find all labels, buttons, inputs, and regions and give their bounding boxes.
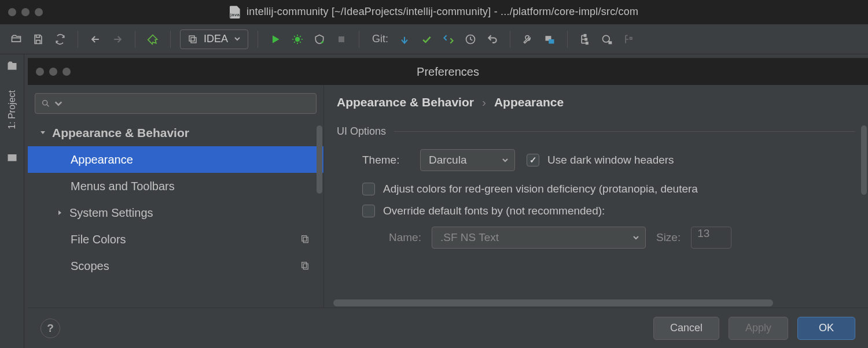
window-controls[interactable] [8,8,43,16]
find-icon[interactable] [599,31,615,47]
apply-button: Apply [729,317,788,340]
tool-window-bar: 1: Project [0,54,24,348]
separator [359,31,359,48]
save-icon[interactable] [30,31,46,47]
main-window-title: intellij-community [~/IdeaProjects/intel… [230,6,638,18]
svg-rect-8 [585,38,587,40]
font-name-label: Name: [389,231,421,244]
svg-rect-18 [302,262,307,267]
tree-item-file-colors[interactable]: File Colors [28,226,323,253]
run-config-label: IDEA [204,33,228,45]
dialog-window-controls[interactable] [36,68,71,76]
tree-item-appearance[interactable]: Appearance [28,146,323,173]
content-h-scrollbar[interactable] [333,299,773,306]
minimize-window-icon[interactable] [21,8,30,16]
shared-scope-icon [300,233,310,246]
structure-tool-icon[interactable] [6,151,18,165]
java-file-icon [230,6,240,18]
tree-item-system-settings[interactable]: System Settings [28,199,323,226]
project-tool-icon[interactable] [6,60,18,74]
structure-icon[interactable] [577,31,593,47]
help-button[interactable]: ? [41,319,60,338]
font-size-input[interactable]: 13 [691,227,731,249]
svg-rect-9 [586,42,588,44]
dropdown-caret-icon [502,154,509,166]
windows-stack-icon [187,34,198,45]
breadcrumb: Appearance & Behavior › Appearance [337,95,855,109]
svg-rect-0 [189,36,194,41]
font-size-label: Size: [656,231,681,244]
dropdown-caret-icon [632,231,639,244]
separator [258,31,258,48]
vcs-commit-icon[interactable] [418,31,435,47]
sync-icon[interactable] [52,31,68,47]
minimize-icon[interactable] [49,68,57,76]
vcs-compare-icon[interactable] [440,31,457,47]
stop-icon [333,31,350,47]
project-structure-icon[interactable] [542,31,558,47]
content-scrollbar[interactable] [861,125,867,195]
back-icon[interactable] [87,31,104,47]
forward-icon [109,31,126,47]
preferences-sidebar: Appearance & Behavior Appearance Menus a… [28,85,324,308]
svg-rect-19 [303,264,308,269]
zoom-window-icon[interactable] [35,8,43,16]
vcs-update-icon[interactable] [396,31,413,47]
tree-item-menus-toolbars[interactable]: Menus and Toolbars [28,173,323,199]
git-label: Git: [372,33,388,45]
svg-rect-3 [339,36,344,42]
settings-wrench-icon[interactable] [520,31,536,47]
ok-button[interactable]: OK [797,317,855,340]
zoom-icon[interactable] [62,68,71,76]
build-icon[interactable] [145,31,161,47]
svg-rect-1 [191,38,196,43]
dark-headers-checkbox[interactable] [527,154,539,166]
vcs-revert-icon[interactable] [484,31,501,47]
replace-icon [621,31,637,47]
svg-point-2 [295,36,300,41]
color-adjust-checkbox[interactable] [362,183,375,195]
separator [135,31,135,48]
main-window-titlebar: intellij-community [~/IdeaProjects/intel… [0,0,868,24]
expand-caret-icon [57,209,64,216]
run-icon[interactable] [267,31,284,47]
sidebar-scrollbar[interactable] [317,125,322,194]
svg-rect-7 [584,34,586,36]
font-name-select[interactable]: .SF NS Text [432,227,646,249]
section-ui-options: UI Options [337,125,855,138]
chevron-right-icon: › [482,95,486,109]
run-coverage-icon[interactable] [311,31,328,47]
close-icon[interactable] [36,68,44,76]
tree-root-appearance-behavior[interactable]: Appearance & Behavior [28,120,323,146]
svg-rect-11 [609,41,612,44]
run-config-selector[interactable]: IDEA [180,29,248,49]
separator [510,31,510,48]
tree-item-scopes[interactable]: Scopes [28,253,323,279]
settings-tree: Appearance & Behavior Appearance Menus a… [28,120,323,308]
svg-rect-17 [303,237,308,242]
preferences-titlebar: Preferences [28,58,868,85]
theme-select[interactable]: Darcula [420,149,515,171]
color-adjust-label: Adjust colors for red-green vision defic… [383,183,698,195]
search-input[interactable] [35,93,317,114]
breadcrumb-appearance: Appearance [494,95,564,109]
breadcrumb-appearance-behavior[interactable]: Appearance & Behavior [337,95,474,109]
vcs-history-icon[interactable] [462,31,479,47]
debug-icon[interactable] [289,31,306,47]
close-window-icon[interactable] [8,8,16,16]
svg-rect-16 [302,235,307,240]
project-tool-label[interactable]: 1: Project [7,90,17,129]
shared-scope-icon [300,260,310,273]
override-fonts-label: Override default fonts by (not recommend… [383,205,605,217]
open-icon[interactable] [8,31,24,47]
separator [567,31,568,48]
svg-rect-6 [549,39,554,44]
override-fonts-checkbox[interactable] [362,205,375,217]
separator [78,31,78,48]
dropdown-caret-icon [234,34,241,45]
theme-label: Theme: [362,154,409,166]
svg-point-15 [43,101,47,105]
dark-headers-label: Use dark window headers [547,154,674,166]
cancel-button[interactable]: Cancel [653,317,719,340]
search-dropdown-caret-icon[interactable] [54,99,63,108]
